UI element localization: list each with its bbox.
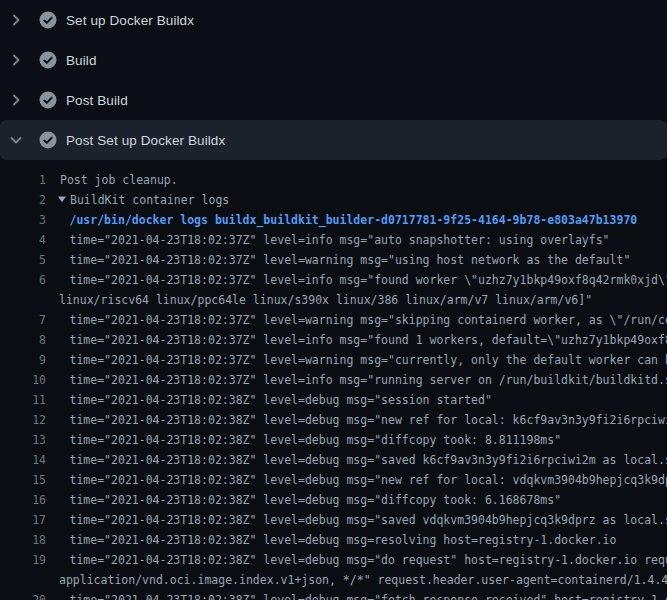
line-number[interactable]: 15: [0, 470, 46, 490]
line-number[interactable]: 2: [0, 190, 46, 210]
step-label: Set up Docker Buildx: [66, 13, 194, 28]
steps-list: Set up Docker Buildx Build Post Build: [0, 0, 667, 160]
log-line: 7 time="2021-04-23T18:02:37Z" level=warn…: [0, 310, 667, 330]
log-line: 6 time="2021-04-23T18:02:37Z" level=info…: [0, 270, 667, 290]
check-circle-icon: [38, 50, 58, 70]
log-line: 19 time="2021-04-23T18:02:38Z" level=deb…: [0, 550, 667, 570]
log-text: time="2021-04-23T18:02:38Z" level=debug …: [70, 530, 617, 550]
log-text: time="2021-04-23T18:02:37Z" level=warnin…: [70, 250, 631, 270]
line-number[interactable]: 13: [0, 430, 46, 450]
line-number[interactable]: 10: [0, 370, 46, 390]
line-number[interactable]: 14: [0, 450, 46, 470]
log-line: 14 time="2021-04-23T18:02:38Z" level=deb…: [0, 450, 667, 470]
log-text: time="2021-04-23T18:02:38Z" level=debug …: [70, 450, 667, 470]
chevron-down-icon: [8, 132, 24, 148]
log-line: 8 time="2021-04-23T18:02:37Z" level=info…: [0, 330, 667, 350]
log-text: time="2021-04-23T18:02:38Z" level=debug …: [70, 410, 667, 430]
chevron-right-icon: [8, 12, 24, 28]
step-row[interactable]: Post Set up Docker Buildx: [0, 120, 667, 160]
line-number[interactable]: 4: [0, 230, 46, 250]
log-text: application/vnd.oci.image.index.v1+json,…: [59, 570, 667, 590]
line-number[interactable]: 8: [0, 330, 46, 350]
step-row[interactable]: Build: [0, 40, 667, 80]
line-number[interactable]: 5: [0, 250, 46, 270]
log-line: 16 time="2021-04-23T18:02:38Z" level=deb…: [0, 490, 667, 510]
log-line: 18 time="2021-04-23T18:02:38Z" level=deb…: [0, 530, 667, 550]
log-text: time="2021-04-23T18:02:37Z" level=info m…: [70, 230, 610, 250]
log-text: time="2021-04-23T18:02:38Z" level=debug …: [70, 590, 667, 600]
log-text: Post job cleanup.: [60, 170, 178, 190]
log-text: time="2021-04-23T18:02:37Z" level=warnin…: [70, 310, 667, 330]
line-number[interactable]: 17: [0, 510, 46, 530]
log-line: 1 Post job cleanup.: [0, 170, 667, 190]
line-number[interactable]: 9: [0, 350, 46, 370]
log-viewer: 1 Post job cleanup. 2 BuildKit container…: [0, 160, 667, 600]
log-line: 10 time="2021-04-23T18:02:37Z" level=inf…: [0, 370, 667, 390]
log-text: time="2021-04-23T18:02:38Z" level=debug …: [70, 390, 492, 410]
log-line: 20 time="2021-04-23T18:02:38Z" level=deb…: [0, 590, 667, 600]
step-label: Build: [66, 53, 97, 68]
log-line: 2 BuildKit container logs: [0, 190, 667, 210]
log-line: 15 time="2021-04-23T18:02:38Z" level=deb…: [0, 470, 667, 490]
log-line: 3 /usr/bin/docker logs buildx_buildkit_b…: [0, 210, 667, 230]
log-line: 5 time="2021-04-23T18:02:37Z" level=warn…: [0, 250, 667, 270]
line-number[interactable]: 12: [0, 410, 46, 430]
log-line: application/vnd.oci.image.index.v1+json,…: [0, 570, 667, 590]
log-text: time="2021-04-23T18:02:38Z" level=debug …: [70, 430, 562, 450]
step-label: Post Set up Docker Buildx: [66, 133, 225, 148]
actions-log-panel: Set up Docker Buildx Build Post Build: [0, 0, 667, 600]
log-text: linux/riscv64 linux/ppc64le linux/s390x …: [59, 290, 592, 310]
log-line: 9 time="2021-04-23T18:02:37Z" level=warn…: [0, 350, 667, 370]
log-text: time="2021-04-23T18:02:38Z" level=debug …: [70, 470, 667, 490]
line-number[interactable]: 20: [0, 590, 46, 600]
log-group-toggle[interactable]: BuildKit container logs: [58, 190, 229, 210]
step-row[interactable]: Post Build: [0, 80, 667, 120]
line-number[interactable]: 3: [0, 210, 46, 230]
check-circle-icon: [38, 10, 58, 30]
line-number[interactable]: 7: [0, 310, 46, 330]
log-line: 13 time="2021-04-23T18:02:38Z" level=deb…: [0, 430, 667, 450]
check-circle-icon: [38, 130, 58, 150]
step-row[interactable]: Set up Docker Buildx: [0, 0, 667, 40]
log-text: time="2021-04-23T18:02:37Z" level=warnin…: [70, 350, 667, 370]
log-line: 11 time="2021-04-23T18:02:38Z" level=deb…: [0, 390, 667, 410]
log-line: 17 time="2021-04-23T18:02:38Z" level=deb…: [0, 510, 667, 530]
log-line: 4 time="2021-04-23T18:02:37Z" level=info…: [0, 230, 667, 250]
log-text: /usr/bin/docker logs buildx_buildkit_bui…: [70, 210, 638, 230]
chevron-right-icon: [8, 52, 24, 68]
log-line: 12 time="2021-04-23T18:02:38Z" level=deb…: [0, 410, 667, 430]
log-text: time="2021-04-23T18:02:37Z" level=info m…: [70, 270, 667, 290]
check-circle-icon: [38, 90, 58, 110]
log-text: time="2021-04-23T18:02:37Z" level=info m…: [70, 330, 667, 350]
log-text: time="2021-04-23T18:02:38Z" level=debug …: [70, 490, 562, 510]
line-number[interactable]: 16: [0, 490, 46, 510]
line-number[interactable]: 19: [0, 550, 46, 570]
log-text: time="2021-04-23T18:02:38Z" level=debug …: [70, 550, 667, 570]
step-label: Post Build: [66, 93, 128, 108]
line-number[interactable]: 18: [0, 530, 46, 550]
log-text: time="2021-04-23T18:02:38Z" level=debug …: [70, 510, 667, 530]
line-number[interactable]: 6: [0, 270, 46, 290]
log-text: time="2021-04-23T18:02:37Z" level=info m…: [70, 370, 667, 390]
line-number[interactable]: 11: [0, 390, 46, 410]
log-line: linux/riscv64 linux/ppc64le linux/s390x …: [0, 290, 667, 310]
triangle-down-icon: [58, 190, 66, 210]
line-number[interactable]: 1: [0, 170, 46, 190]
chevron-right-icon: [8, 92, 24, 108]
